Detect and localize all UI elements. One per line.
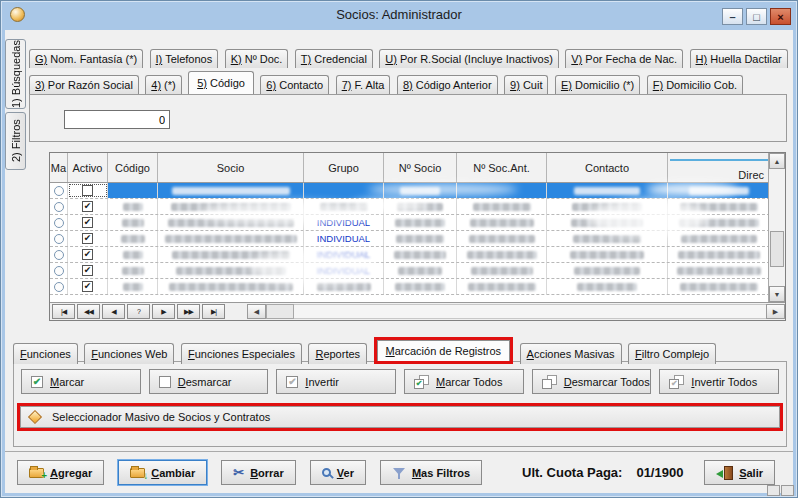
tab-por-fecha-nac[interactable]: V) Por Fecha de Nac. (565, 49, 683, 68)
nav-prev-button[interactable]: ◀ (102, 304, 125, 319)
row-select-radio[interactable] (50, 199, 68, 214)
row-select-radio[interactable] (50, 183, 68, 198)
tab-funciones[interactable]: Funciones (13, 343, 78, 364)
col-header-socio[interactable]: Socio (158, 153, 304, 182)
vertical-scrollbar[interactable]: ▲ ▼ (768, 153, 785, 302)
nav-next-button[interactable]: ▶ (152, 304, 175, 319)
nav-fast-prev-button[interactable]: ◀◀ (77, 304, 100, 319)
desmarcar-todos-button[interactable]: Desmarcar Todos (532, 369, 652, 394)
cell-num-soc-ant (457, 279, 547, 294)
side-tab-busquedas[interactable]: 1) Búsquedas (5, 39, 26, 109)
marcar-todos-button[interactable]: ✔ Marcar Todos (404, 369, 524, 394)
cell-num-soc-ant (457, 215, 547, 230)
borrar-button[interactable]: ✂ Borrar (221, 460, 296, 485)
row-select-radio[interactable] (50, 247, 68, 262)
row-select-radio[interactable] (50, 279, 68, 294)
tab-filtro-complejo[interactable]: Filtro Complejo (628, 343, 716, 364)
tab-codigo[interactable]: 5) Código (188, 71, 254, 94)
nav-fast-next-button[interactable]: ▶▶ (177, 304, 200, 319)
activo-checkbox[interactable] (68, 183, 108, 198)
search-tab-row1: G) Nom. Fantasía (*) I) Telefonos K) Nº … (29, 49, 789, 68)
activo-checkbox[interactable]: ✔ (68, 263, 108, 278)
tab-domicilio[interactable]: E) Domicilio (*) (555, 75, 640, 94)
nav-search-button[interactable]: ? (127, 304, 150, 319)
function-tab-bar: Funciones Funciones Web Funciones Especi… (13, 337, 787, 364)
col-header-contacto[interactable]: Contacto (547, 153, 668, 182)
tab-contacto[interactable]: 6) Contacto (260, 75, 329, 94)
scroll-up-icon[interactable]: ▲ (769, 153, 785, 169)
table-row[interactable]: ✔ INDIVIDUAL (50, 231, 770, 247)
ver-button[interactable]: Ver (310, 460, 366, 485)
agregar-button[interactable]: + Agregar (17, 460, 104, 485)
tab-acciones-masivas[interactable]: Acciones Masivas (520, 343, 622, 364)
marcar-button[interactable]: ✔ Marcar (21, 369, 141, 394)
cambiar-button[interactable]: ↓ Cambiar (118, 460, 207, 485)
tab-cuit[interactable]: 9) Cuit (504, 75, 548, 94)
window-title: Socios: Administrador (1, 7, 797, 22)
codigo-search-input[interactable] (64, 110, 170, 129)
col-header-num-socio[interactable]: Nº Socio (384, 153, 457, 182)
col-header-grupo[interactable]: Grupo (304, 153, 384, 182)
desmarcar-button[interactable]: Desmarcar (149, 369, 269, 394)
tab-huella-dactilar[interactable]: H) Huella Dactilar (690, 49, 788, 68)
cell-grupo (304, 199, 384, 214)
nav-last-button[interactable]: ▶| (202, 304, 225, 319)
table-row[interactable]: ✔ INDIVIDUAL (50, 263, 770, 279)
action-bar: + Agregar ↓ Cambiar ✂ Borrar Ver Mas Fil… (5, 451, 793, 493)
invertir-todos-button[interactable]: ✔ Invertir Todos (659, 369, 779, 394)
tab-num-doc[interactable]: K) Nº Doc. (225, 49, 289, 68)
cell-socio (158, 199, 304, 214)
table-row[interactable]: ✔ (50, 279, 770, 295)
row-select-radio[interactable] (50, 231, 68, 246)
col-header-codigo[interactable]: Código (108, 153, 158, 182)
col-header-direccion[interactable]: Direc (668, 153, 770, 182)
scroll-right-icon[interactable]: ▶ (766, 304, 785, 319)
annotation-red-box: Seleccionador Masivo de Socios y Contrat… (17, 403, 783, 431)
close-button[interactable]: × (770, 8, 791, 25)
row-select-radio[interactable] (50, 263, 68, 278)
tab-nom-fantasia[interactable]: G) Nom. Fantasía (*) (29, 49, 143, 68)
nav-first-button[interactable]: |◀ (52, 304, 75, 319)
maximize-button[interactable]: □ (746, 8, 767, 25)
activo-checkbox[interactable]: ✔ (68, 215, 108, 230)
horizontal-scroll-track[interactable] (294, 304, 766, 319)
tab-f-alta[interactable]: 7) F. Alta (336, 75, 391, 94)
activo-checkbox[interactable]: ✔ (68, 247, 108, 262)
tab-funciones-web[interactable]: Funciones Web (84, 343, 174, 364)
tab-domicilio-cob[interactable]: F) Domicilio Cob. (647, 75, 743, 94)
tab-por-razon-social[interactable]: 3) Por Razón Social (29, 75, 139, 94)
activo-checkbox[interactable]: ✔ (68, 231, 108, 246)
invertir-button[interactable]: ✔ Invertir (276, 369, 396, 394)
tab-por-rsocial[interactable]: U) Por R.Social (Incluye Inactivos) (379, 49, 559, 68)
horizontal-scroll-thumb[interactable] (266, 304, 294, 319)
table-row[interactable]: ✔ INDIVIDUAL (50, 215, 770, 231)
title-bar[interactable]: Socios: Administrador – □ × (1, 1, 797, 30)
table-row[interactable]: ✔ (50, 199, 770, 215)
scroll-down-icon[interactable]: ▼ (769, 286, 785, 302)
table-row[interactable]: ✔ INDIVIDUAL (50, 247, 770, 263)
tab-marcacion-de-registros[interactable]: Marcación de Registros (377, 340, 511, 361)
resize-grip[interactable] (767, 485, 794, 496)
table-row[interactable] (50, 183, 770, 199)
col-header-activo[interactable]: Activo (68, 153, 108, 182)
salir-button[interactable]: Salir (704, 460, 775, 485)
tab-telefonos[interactable]: I) Telefonos (150, 49, 219, 68)
scroll-left-icon[interactable]: ◀ (247, 304, 266, 319)
side-tab-filtros[interactable]: 2) Filtros (5, 112, 26, 170)
tab-funciones-especiales[interactable]: Funciones Especiales (181, 343, 302, 364)
col-header-marca[interactable]: Ma (50, 153, 68, 182)
seleccionador-masivo-button[interactable]: Seleccionador Masivo de Socios y Contrat… (20, 406, 780, 428)
tab-reportes[interactable]: Reportes (308, 343, 367, 364)
cell-direccion (668, 231, 770, 246)
col-header-num-soc-ant[interactable]: Nº Soc.Ant. (457, 153, 547, 182)
vertical-scroll-thumb[interactable] (770, 231, 784, 267)
tab-credencial[interactable]: T) Credencial (295, 49, 373, 68)
cell-contacto (547, 199, 668, 214)
tab-codigo-anterior[interactable]: 8) Código Anterior (397, 75, 498, 94)
activo-checkbox[interactable]: ✔ (68, 199, 108, 214)
mas-filtros-button[interactable]: Mas Filtros (380, 460, 482, 485)
tab-asterisco[interactable]: 4) (*) (145, 75, 181, 94)
row-select-radio[interactable] (50, 215, 68, 230)
activo-checkbox[interactable]: ✔ (68, 279, 108, 294)
minimize-button[interactable]: – (722, 8, 743, 25)
